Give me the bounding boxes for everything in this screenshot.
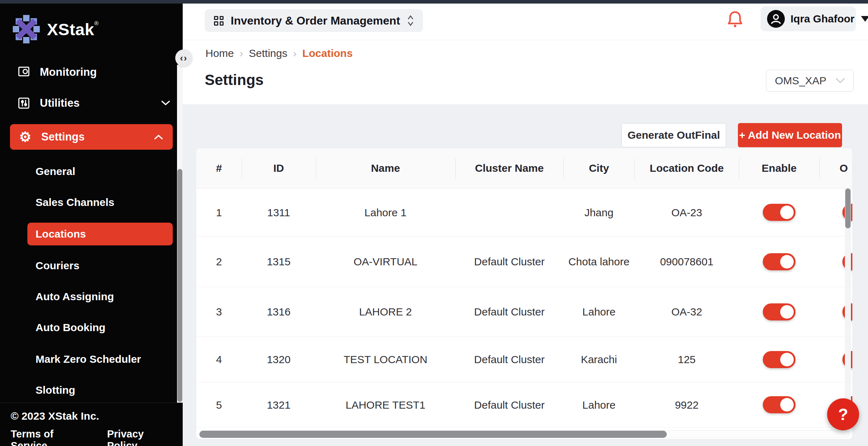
sidebar-collapse-button[interactable]: ‹› [175,49,192,67]
gear-icon: ⚙︎ [18,130,32,144]
sidebar-subitem-mark-zero-scheduler[interactable]: Mark Zero Scheduler [0,349,183,370]
xstak-logo-icon [12,14,41,44]
sidebar-scrollbar-thumb[interactable] [177,169,182,402]
column-header-num: # [196,148,242,188]
sidebar-subitem-auto-booking[interactable]: Auto Booking [0,317,183,338]
select-arrows-icon [407,15,414,27]
brand-logo[interactable]: XStak® [12,14,98,44]
notifications-bell-icon[interactable] [727,10,743,28]
privacy-policy-link[interactable]: Privacy Policy [107,428,172,446]
sidebar-subitem-auto-assigning[interactable]: Auto Assigning [0,286,183,307]
app-switcher[interactable]: Inventory & Order Management [205,9,423,32]
table-vertical-scrollbar-thumb[interactable] [845,189,851,228]
cell-cluster: Default Cluster [455,397,563,413]
sidebar-subitem-couriers[interactable]: Couriers [0,255,183,276]
subitem-label: Sales Channels [36,196,114,208]
enable-toggle[interactable] [763,351,795,368]
generate-outfinal-button[interactable]: Generate OutFinal [621,123,726,147]
cell-id: 1320 [242,351,316,367]
breadcrumb: Home › Settings › Locations [205,46,353,61]
cell-name: TEST LOCATION [316,351,455,367]
cell-id: 1315 [242,254,316,270]
cell-name: OA-VIRTUAL [316,254,455,270]
sidebar-item-label: Monitoring [40,66,170,79]
enable-toggle[interactable] [763,204,795,221]
breadcrumb-settings[interactable]: Settings [249,47,287,59]
workspace-select-value: OMS_XAP [775,75,826,87]
workspace-select[interactable]: OMS_XAP [766,70,854,92]
enable-toggle[interactable] [763,253,795,270]
sidebar-subitem-sales-channels[interactable]: Sales Channels [0,192,183,213]
cell-id: 1311 [242,205,316,221]
column-header-enable: Enable [739,148,819,188]
sliders-icon [17,96,31,110]
apps-grid-icon [214,16,224,26]
cell-location-code: 9922 [634,397,739,413]
sidebar-menu: Monitoring Utilities ⚙︎ Settings Ge [0,65,183,403]
cell-cluster: Default Cluster [455,254,563,270]
table-header: # ID Name Cluster Name City Location Cod… [196,148,852,189]
header-divider [183,40,868,40]
chevron-down-icon [161,101,170,106]
subitem-label: Couriers [36,260,79,272]
breadcrumb-separator: › [293,47,296,59]
cell-cluster: Default Cluster [455,351,563,367]
user-name: Iqra Ghafoor [791,13,854,25]
column-header-city: City [563,148,634,188]
sidebar-item-settings[interactable]: ⚙︎ Settings [10,124,173,150]
brand-name: XStak [47,20,94,39]
breadcrumb-locations[interactable]: Locations [302,47,353,59]
terms-of-service-link[interactable]: Terms of Service [11,428,87,446]
sidebar-footer: © 2023 XStak Inc. Terms of Service Priva… [0,403,183,446]
sidebar-item-monitoring[interactable]: Monitoring [0,65,183,83]
sidebar-subitem-slotting[interactable]: Slotting [0,380,183,400]
cell-location-code: OA-32 [634,304,739,320]
chevron-down-icon [836,78,845,84]
subitem-label: Mark Zero Scheduler [36,353,141,365]
cell-id: 1321 [242,397,316,413]
table-row: 4 1320 TEST LOCATION Default Cluster Kar… [196,337,852,382]
app-root: XStak® Monitoring [0,0,868,446]
cell-city: Lahore [563,397,634,413]
page-title: Settings [205,71,264,89]
sidebar-item-utilities[interactable]: Utilities [0,92,183,114]
cell-location-code: 125 [634,351,739,367]
cell-location-code: OA-23 [634,205,739,221]
cell-num: 3 [196,304,242,320]
sidebar-item-label: Settings [41,131,145,143]
subitem-label: Locations [36,228,86,240]
subitem-label: General [36,165,75,177]
caret-down-icon [861,16,868,22]
sidebar-item-label: Utilities [40,97,152,110]
user-menu[interactable]: Iqra Ghafoor [761,6,856,31]
top-strip [0,0,868,4]
subitem-label: Slotting [36,384,75,396]
cell-city: Jhang [563,205,634,221]
table-row: 1 1311 Lahore 1 Jhang OA-23 [196,189,852,237]
cell-cluster: Default Cluster [455,304,563,320]
table-vertical-scrollbar-track[interactable] [845,189,851,428]
sidebar-subitem-locations[interactable]: Locations [27,223,173,245]
table-horizontal-scrollbar-track[interactable] [199,430,850,438]
enable-toggle[interactable] [763,303,795,320]
enable-toggle[interactable] [763,396,795,413]
cell-num: 1 [196,205,242,221]
copyright-text: © 2023 XStak Inc. [11,410,172,422]
cell-name: LAHORE 2 [316,304,455,320]
subitem-label: Auto Assigning [36,291,114,303]
cell-name: Lahore 1 [316,205,455,221]
sidebar: XStak® Monitoring [0,4,183,446]
registered-mark: ® [94,20,98,26]
add-new-location-button[interactable]: + Add New Location [738,123,842,147]
column-header-name: Name [316,148,455,188]
sidebar-scrollbar-track[interactable] [177,65,183,403]
sidebar-subitem-general[interactable]: General [0,161,183,182]
collapse-icon: ‹› [180,53,187,64]
cell-id: 1316 [242,304,316,320]
help-button[interactable]: ? [827,398,859,430]
table-horizontal-scrollbar-thumb[interactable] [199,431,667,438]
column-header-operations-clipped: O [819,148,852,188]
column-header-location-code: Location Code [634,148,739,188]
table-row: 3 1316 LAHORE 2 Default Cluster Lahore O… [196,287,852,337]
breadcrumb-home[interactable]: Home [205,47,234,59]
